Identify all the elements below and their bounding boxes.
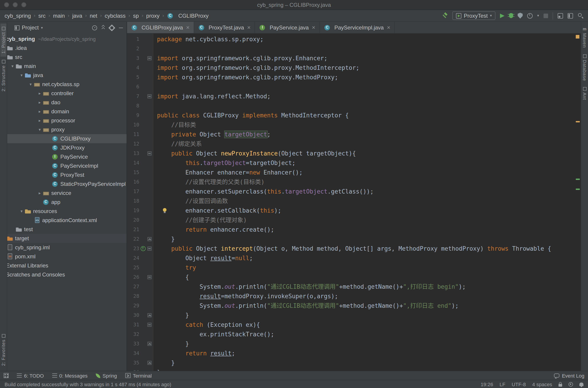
tree-node[interactable]: applicationContext.xml (7, 216, 127, 225)
code-line[interactable]: catch (Exception ex){ (157, 320, 581, 330)
breadcrumb-item[interactable]: java (72, 12, 82, 19)
tool-stripe-button[interactable]: 2: Favorites (0, 331, 6, 369)
error-stripe-mark[interactable] (576, 121, 580, 122)
tree-node[interactable]: JDKProxy (7, 143, 127, 152)
tree-collapse-arrow-icon[interactable]: ▾ (19, 73, 25, 77)
code-line[interactable]: private Object targetObject; (157, 130, 581, 139)
bottom-tool-button[interactable]: 0: Messages (52, 373, 88, 378)
code-line[interactable]: package net.cybclass.sp.proxy; (157, 34, 581, 44)
breadcrumb-item[interactable]: cybclass (105, 12, 126, 19)
tree-node[interactable]: ▸dao (7, 98, 127, 107)
code-line[interactable]: { (157, 272, 581, 282)
tree-node[interactable]: ProxyTest (7, 170, 127, 179)
stop-icon[interactable] (543, 13, 548, 18)
editor-tab[interactable]: PayServiceImpl.java× (320, 22, 395, 33)
code-line[interactable]: //目标类 (157, 120, 581, 130)
code-line[interactable]: import org.springframework.cglib.proxy.M… (157, 73, 581, 82)
code-line[interactable]: import org.springframework.cglib.proxy.E… (157, 53, 581, 63)
editor-tab[interactable]: CGLIBProxy.java× (127, 22, 194, 33)
fold-end-icon[interactable] (147, 361, 152, 365)
tree-node[interactable]: ▾main (7, 62, 127, 71)
hide-icon[interactable] (119, 25, 123, 30)
tool-switcher-icon[interactable] (4, 373, 9, 378)
code-line[interactable]: import org.springframework.cglib.proxy.M… (157, 63, 581, 73)
tree-node[interactable]: ▸controller (7, 89, 127, 98)
code-line[interactable]: //设置代理类的父类(目标类) (157, 177, 581, 187)
collapse-all-icon[interactable] (101, 25, 106, 30)
tree-node[interactable]: ▾java (7, 71, 127, 80)
tree-collapse-arrow-icon[interactable]: ▾ (28, 82, 34, 87)
breadcrumb-item[interactable]: main (53, 12, 65, 19)
code-line[interactable] (157, 44, 581, 53)
fold-collapse-icon[interactable] (147, 94, 152, 98)
breadcrumb-item[interactable]: net (90, 12, 97, 19)
tree-node[interactable]: target (7, 234, 127, 243)
bottom-tool-button[interactable]: Spring (96, 373, 117, 378)
coverage-icon[interactable] (518, 13, 523, 19)
fold-end-icon[interactable] (147, 237, 152, 241)
tree-node[interactable]: ▸domain (7, 107, 127, 116)
tree-node[interactable]: ▾src (7, 52, 127, 62)
editor-tab[interactable]: ProxyTest.java× (194, 22, 255, 33)
code-line[interactable]: System.out.println("通过CGLIB动态代理调用"+metho… (157, 301, 581, 311)
lock-icon[interactable] (559, 384, 562, 387)
tree-expand-arrow-icon[interactable]: ▸ (37, 91, 43, 96)
code-line[interactable]: import java.lang.reflect.Method; (157, 92, 581, 101)
settings-icon[interactable] (109, 25, 114, 30)
code-line[interactable]: } (157, 234, 581, 244)
breadcrumb-item[interactable]: src (38, 12, 46, 19)
breadcrumb-item[interactable]: proxy (146, 12, 160, 19)
tool-windows-icon[interactable] (558, 13, 563, 18)
code-line[interactable]: this.targetObject=targetObject; (157, 158, 581, 168)
tree-node[interactable]: ▾proxy (7, 125, 127, 134)
code-line[interactable]: //设置回调函数 (157, 196, 581, 206)
tree-node[interactable]: ▸Scratches and Consoles (7, 270, 127, 279)
tree-expand-arrow-icon[interactable]: ▸ (37, 191, 43, 195)
code-line[interactable]: } (157, 339, 581, 349)
tree-node[interactable]: ▸External Libraries (7, 261, 127, 270)
intention-bulb-icon[interactable] (162, 208, 167, 214)
search-icon[interactable] (578, 13, 584, 19)
code-line[interactable]: Object result=null; (157, 253, 581, 263)
code-line[interactable]: ex.printStackTrace(); (157, 330, 581, 339)
tree-node[interactable]: ▾cyb_spring~/IdeaProjects/cyb_spring (7, 34, 127, 44)
minimize-window-button[interactable] (13, 2, 18, 7)
error-stripe-mark[interactable] (576, 179, 580, 180)
code-line[interactable]: public Object intercept(Object o, Method… (157, 244, 581, 253)
tree-collapse-arrow-icon[interactable]: ▾ (37, 127, 43, 132)
code-line[interactable]: public Object newProxyInstance(Object ta… (157, 149, 581, 158)
tab-close-icon[interactable]: × (387, 24, 390, 30)
profiler-icon[interactable] (527, 13, 533, 18)
fold-collapse-icon[interactable] (147, 323, 152, 327)
tree-node[interactable]: pom.xml (7, 252, 127, 261)
bottom-tool-button[interactable]: Terminal (125, 373, 152, 378)
code-line[interactable]: //创建子类(代理对象) (157, 215, 581, 225)
tree-node[interactable]: CGLIBProxy (7, 134, 127, 143)
fold-end-icon[interactable] (147, 313, 152, 317)
code-line[interactable]: } (157, 311, 581, 320)
tool-stripe-button[interactable]: 1: Project (0, 24, 6, 57)
code-line[interactable]: return enhancer.create(); (157, 225, 581, 234)
error-stripe-mark[interactable] (576, 189, 580, 190)
inspections-icon[interactable] (568, 382, 573, 387)
bottom-tool-button[interactable]: Event Log (554, 373, 584, 378)
notifications-icon[interactable] (579, 382, 584, 386)
code-line[interactable]: result=methodProxy.invokeSuper(o,args); (157, 291, 581, 301)
line-separator[interactable]: LF (500, 381, 506, 387)
tool-stripe-button[interactable]: 2: Structure (0, 57, 6, 95)
fold-collapse-icon[interactable] (147, 151, 152, 155)
run-config-select[interactable]: ProxyTest ▾ (453, 11, 495, 20)
build-icon[interactable] (442, 13, 448, 19)
tree-node[interactable]: ▸servicce (7, 189, 127, 198)
tree-collapse-arrow-icon[interactable]: ▾ (9, 64, 15, 69)
code-line[interactable]: public class CGLIBProxy implements Metho… (157, 111, 581, 120)
code-line[interactable]: } (157, 358, 581, 368)
tool-stripe-button[interactable]: mMaven (582, 24, 588, 51)
fold-collapse-icon[interactable] (147, 246, 152, 251)
code-line[interactable]: enhancer.setSuperclass(this.targetObject… (157, 187, 581, 196)
tree-collapse-arrow-icon[interactable]: ▾ (19, 209, 25, 214)
tree-node[interactable]: ▾resources (7, 207, 127, 216)
tree-node[interactable]: ▸.idea (7, 44, 127, 52)
run-icon[interactable] (500, 13, 505, 18)
fold-collapse-icon[interactable] (147, 56, 152, 60)
